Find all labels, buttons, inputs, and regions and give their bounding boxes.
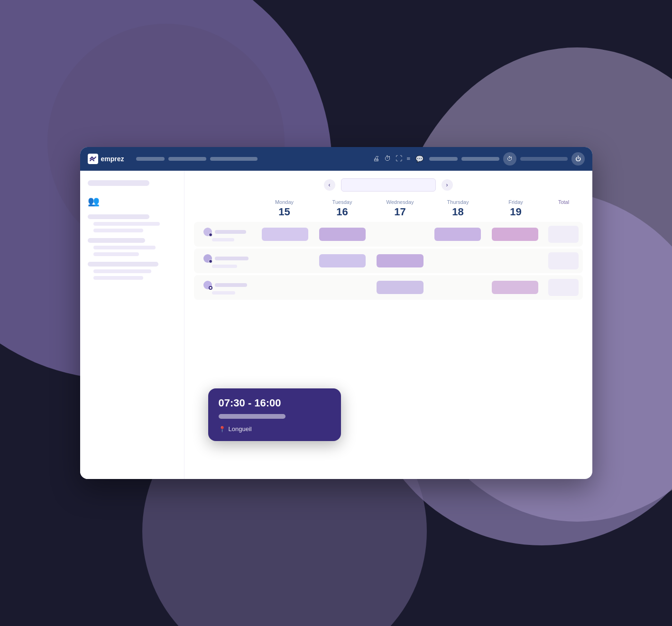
tuesday-num: 16 <box>313 206 371 218</box>
day-header-tuesday: Tuesday 16 <box>313 199 371 218</box>
row-2-wednesday[interactable] <box>372 251 428 270</box>
row-1-total <box>544 225 582 244</box>
next-week-button[interactable]: › <box>442 179 453 191</box>
wednesday-num: 17 <box>371 206 429 218</box>
nav-icons: 🖨 ⏱ ⛶ ≡ 💬 <box>373 155 423 163</box>
sidebar-item-1[interactable] <box>88 214 176 232</box>
week-label[interactable] <box>341 178 436 192</box>
location-icon: 📍 <box>219 426 226 433</box>
row-1-friday[interactable] <box>487 225 543 244</box>
row-1-wednesday[interactable] <box>372 225 428 244</box>
sidebar-sub-bars-1 <box>88 222 176 232</box>
row-2-monday[interactable] <box>258 251 313 270</box>
friday-num: 19 <box>487 206 545 218</box>
shift-tag[interactable] <box>434 228 481 241</box>
row-3-monday[interactable] <box>258 278 313 297</box>
row-3-sub-bar <box>212 291 236 295</box>
cal-row-3 <box>194 275 583 300</box>
calendar-rows <box>194 222 583 300</box>
shift-tag[interactable] <box>319 254 366 267</box>
row-3-total <box>544 278 582 297</box>
day-header-thursday: Thursday 18 <box>429 199 487 218</box>
row-2-thursday[interactable] <box>430 251 485 270</box>
logo-text: emprez <box>101 155 124 163</box>
tooltip-time: 07:30 - 16:00 <box>219 397 331 409</box>
nav-pill-2[interactable] <box>168 157 206 161</box>
row-1-tuesday[interactable] <box>315 225 370 244</box>
nav-right-pill-3 <box>520 157 568 161</box>
cal-row-1 <box>194 222 583 247</box>
day-header-friday: Friday 19 <box>487 199 545 218</box>
row-2-friday[interactable] <box>487 251 543 270</box>
avatar-3 <box>203 281 212 289</box>
row-3-label <box>194 281 256 295</box>
row-1-thursday[interactable] <box>430 225 485 244</box>
row-3-thursday[interactable] <box>430 278 485 297</box>
row-3-tuesday[interactable] <box>315 278 370 297</box>
day-header-wednesday: Wednesday 17 <box>371 199 429 218</box>
sidebar-item-3[interactable] <box>88 262 176 280</box>
menu-icon[interactable]: ≡ <box>407 155 411 163</box>
sidebar-sub-bar-3a <box>93 269 152 273</box>
sidebar-bar-2 <box>88 238 146 243</box>
row-3-name-bar <box>215 283 247 287</box>
nav-pill-3[interactable] <box>210 157 258 161</box>
avatar-2 <box>203 254 212 263</box>
sidebar-sub-bars-2 <box>88 246 176 256</box>
sidebar-sub-bars-3 <box>88 269 176 280</box>
sidebar-sub-bar-2b <box>93 252 139 256</box>
clock-icon[interactable]: ⏱ <box>384 155 391 163</box>
sidebar: 👥 <box>80 171 184 479</box>
tooltip-popup: 07:30 - 16:00 📍 Longueil <box>208 388 341 441</box>
monday-name: Monday <box>256 199 313 205</box>
monday-num: 15 <box>256 206 313 218</box>
nav-right: ⏱ ⏻ <box>429 152 585 166</box>
row-1-avatar-area <box>200 228 256 236</box>
shift-tag[interactable] <box>377 281 423 294</box>
row-2-avatar-area <box>200 254 256 263</box>
chart-icon[interactable]: ⛶ <box>396 155 402 163</box>
nav-pills <box>136 157 367 161</box>
row-2-name-bar <box>215 257 249 260</box>
row-2-label <box>194 254 256 268</box>
calendar-nav: ‹ › <box>194 178 583 192</box>
day-header-monday: Monday 15 <box>256 199 313 218</box>
sidebar-sub-bar-1a <box>93 222 160 226</box>
wednesday-name: Wednesday <box>371 199 429 205</box>
shift-tag[interactable] <box>377 254 423 267</box>
row-1-name-bar <box>215 230 246 234</box>
shift-tag[interactable] <box>262 228 308 241</box>
sidebar-sub-bar-1b <box>93 229 143 232</box>
power-icon[interactable]: ⏻ <box>571 152 585 166</box>
shift-tag[interactable] <box>319 228 366 241</box>
sidebar-bar-3 <box>88 262 159 267</box>
sidebar-item-2[interactable] <box>88 238 176 256</box>
tooltip-location-text: Longueil <box>229 425 252 433</box>
navbar: emprez 🖨 ⏱ ⛶ ≡ 💬 ⏱ ⏻ <box>80 147 592 171</box>
nav-right-pill-2 <box>461 157 499 161</box>
tooltip-location: 📍 Longueil <box>219 425 331 433</box>
clock-right-icon[interactable]: ⏱ <box>503 152 516 166</box>
row-3-wednesday[interactable] <box>372 278 428 297</box>
shift-tag[interactable] <box>492 281 538 294</box>
shift-tag[interactable] <box>492 228 538 241</box>
row-1-label <box>194 228 256 241</box>
print-icon[interactable]: 🖨 <box>373 155 379 163</box>
day-headers: Monday 15 Tuesday 16 Wednesday 17 Thursd… <box>194 199 583 218</box>
nav-pill-1[interactable] <box>136 157 165 161</box>
row-1-monday[interactable] <box>258 225 313 244</box>
sidebar-bar-1 <box>88 214 150 219</box>
prev-week-button[interactable]: ‹ <box>324 179 335 191</box>
row-2-tuesday[interactable] <box>315 251 370 270</box>
day-header-total: Total <box>545 199 583 218</box>
tooltip-name-bar <box>219 414 286 419</box>
sidebar-sub-bar-2a <box>93 246 156 249</box>
chat-icon[interactable]: 💬 <box>415 155 423 163</box>
thursday-num: 18 <box>429 206 487 218</box>
total-name: Total <box>545 199 583 205</box>
sidebar-sub-bar-3b <box>93 276 143 280</box>
row-3-friday[interactable] <box>487 278 543 297</box>
tuesday-name: Tuesday <box>313 199 371 205</box>
nav-right-pill-1 <box>429 157 458 161</box>
friday-name: Friday <box>487 199 545 205</box>
